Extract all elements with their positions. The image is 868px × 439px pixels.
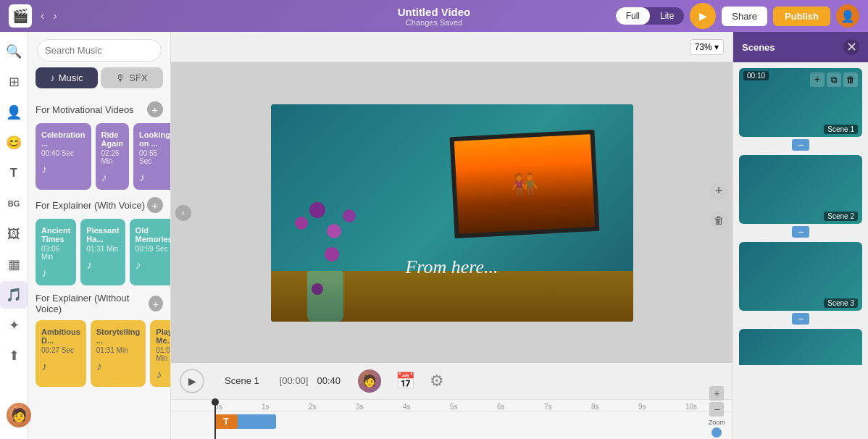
main-layout: 🔍 ⊞ 👤 😊 T BG 🖼 ▦ 🎵 ✦ ⬆ 🧑 ♪ Music 🎙 SFX [0,32,868,439]
music-sidebar-icon[interactable]: 🎵 [0,281,28,309]
section-title-1: For Motivational Videos [36,104,134,115]
zoom-slider-knob[interactable] [711,427,722,438]
music-card-pleasant[interactable]: Pleasant Ha... 01:31 Min ♪ [80,219,125,285]
time-current: [00:00] [280,375,309,386]
music-card-looking[interactable]: Looking on ... 00:55 Sec ♪ [133,123,170,190]
avatar-icon[interactable]: 🧑 [358,369,381,393]
zoom-select[interactable]: 73% ▾ [690,39,724,55]
collapse-panel-arrow[interactable]: ‹ [175,205,191,221]
user-avatar[interactable]: 👤 [836,4,859,28]
music-card-storytelling[interactable]: Storytelling ... 01:31 Min ♪ [91,320,146,387]
search-icon[interactable]: 🔍 [0,38,28,65]
scene-1-minus-btn[interactable]: − [792,139,809,151]
scene-thumb-4[interactable] [739,329,862,365]
music-card-icon-3-0: ♪ [41,360,80,373]
delete-element-button[interactable]: 🗑 [709,211,728,230]
back-arrow[interactable]: ‹ [38,8,47,24]
card-dur-1-2: 00:55 Sec [139,149,170,165]
section-add-3[interactable]: + [149,296,163,312]
person-icon[interactable]: 👤 [0,99,28,126]
scene-thumb-2[interactable]: Scene 2 [739,155,862,224]
upload-icon[interactable]: ⬆ [0,342,28,369]
tab-music[interactable]: ♪ Music [36,67,98,88]
preview-canvas: ‹ + 🗑 [171,62,733,363]
media-icon[interactable]: ▦ [0,251,28,278]
image-icon[interactable]: 🖼 [0,220,28,248]
scene-overlay-text: From here... [271,256,633,278]
user-avatar-bottom[interactable]: 🧑 [7,403,31,427]
zoom-in-button[interactable]: + [709,386,724,401]
emoji-icon[interactable]: 😊 [0,129,28,156]
layout-icon[interactable]: ⊞ [0,68,28,96]
photo-frame: 👫 [449,129,599,238]
card-title-2-1: Pleasant Ha... [86,226,119,243]
music-cards-3: Ambitious D... 00:27 Sec ♪ Storytelling … [36,320,163,387]
changes-saved: Changes Saved [398,18,471,27]
scene-1-label: Scene 1 [824,125,858,134]
card-dur-2-0: 03:06 Min [41,245,70,261]
scene-2-minus-area: − [739,226,862,238]
timeline-track-area: 0s 1s 2s 3s 4s 5s 6s 7s 8s 9s 10s T + [171,399,733,439]
preview-play-button[interactable]: ▶ [690,3,716,29]
full-toggle[interactable]: Full [616,7,650,25]
video-title: Untitled Video [398,6,471,18]
music-card-icon-1-1: ♪ [101,171,124,184]
scenes-list: 00:10 + ⧉ 🗑 Scene 1 − Scene 2 [733,62,868,439]
music-card-old-memories[interactable]: Old Memories 00:59 Sec ♪ [130,219,170,285]
scene-2-label: Scene 2 [824,212,858,221]
card-title-1-1: Ride Again [101,130,124,148]
forward-arrow[interactable]: › [50,8,59,24]
section-header-2: For Explainer (With Voice) + [36,197,163,213]
background-icon[interactable]: BG [0,190,28,217]
scene-preview: 👫 From here... [271,104,633,322]
scenes-close-button[interactable]: ✕ [843,39,859,55]
scene-2-minus-btn[interactable]: − [792,226,809,238]
timeline-controls: ▶ Scene 1 [00:00] 00:40 🧑 📅 ⚙ [171,363,733,399]
flower-vase [285,170,365,322]
scene-3-minus-btn[interactable]: − [792,313,809,325]
scene-label-pill[interactable]: Scene 1 [213,372,271,390]
music-card-ancient[interactable]: Ancient Times 03:06 Min ♪ [36,219,76,285]
timeline-block-text[interactable]: T [214,414,238,429]
card-dur-2-2: 00:59 Sec [135,245,170,253]
photo-inner: 👫 [454,134,594,234]
animation-icon[interactable]: ✦ [0,312,28,339]
top-bar: 🎬 ‹ › Untitled Video Changes Saved Full … [0,0,868,32]
scene-1-copy-btn[interactable]: ⧉ [827,72,841,87]
text-icon[interactable]: T [0,159,28,187]
scene-1-add-btn[interactable]: + [810,72,825,87]
play-scene-button[interactable]: ▶ [180,369,204,393]
add-element-button[interactable]: + [709,182,728,201]
tab-music-label: Music [59,72,83,83]
scenes-title: Scenes [742,42,775,53]
music-card-playful[interactable]: Playful Me... 01:01 Min ♪ [150,320,170,387]
scene-thumb-1[interactable]: 00:10 + ⧉ 🗑 Scene 1 [739,68,862,137]
card-dur-3-1: 01:31 Min [96,346,141,354]
scene-item-3: Scene 3 − [739,242,862,325]
music-card-celebration[interactable]: Celebration ... 00:40 Sec ♪ [36,123,91,190]
scene-1-delete-btn[interactable]: 🗑 [843,72,858,87]
scene-1-actions: + ⧉ 🗑 [810,72,858,87]
app-logo[interactable]: 🎬 [9,4,32,28]
music-card-icon-2-0: ♪ [41,267,70,280]
section-add-2[interactable]: + [147,197,163,213]
section-title-2: For Explainer (With Voice) [36,200,145,211]
tab-sfx[interactable]: 🎙 SFX [101,67,163,88]
lite-toggle[interactable]: Lite [650,7,684,25]
music-card-icon-1-2: ♪ [139,171,170,184]
sidebar-icons: 🔍 ⊞ 👤 😊 T BG 🖼 ▦ 🎵 ✦ ⬆ 🧑 [0,32,28,439]
scene-item-4 [739,329,862,365]
music-cards-2: Ancient Times 03:06 Min ♪ Pleasant Ha...… [36,219,163,285]
music-card-ride[interactable]: Ride Again 02:26 Min ♪ [96,123,130,190]
calendar-icon[interactable]: 📅 [396,372,415,390]
share-button[interactable]: Share [722,7,767,26]
music-card-ambitious[interactable]: Ambitious D... 00:27 Sec ♪ [36,320,86,387]
scene-thumb-3[interactable]: Scene 3 [739,242,862,311]
scene-item-1: 00:10 + ⧉ 🗑 Scene 1 − [739,68,862,151]
zoom-out-button[interactable]: − [709,402,724,417]
section-add-1[interactable]: + [147,101,163,117]
search-input[interactable] [37,39,162,62]
settings-icon[interactable]: ⚙ [430,372,444,390]
section-header-1: For Motivational Videos + [36,101,163,117]
publish-button[interactable]: Publish [773,7,830,26]
